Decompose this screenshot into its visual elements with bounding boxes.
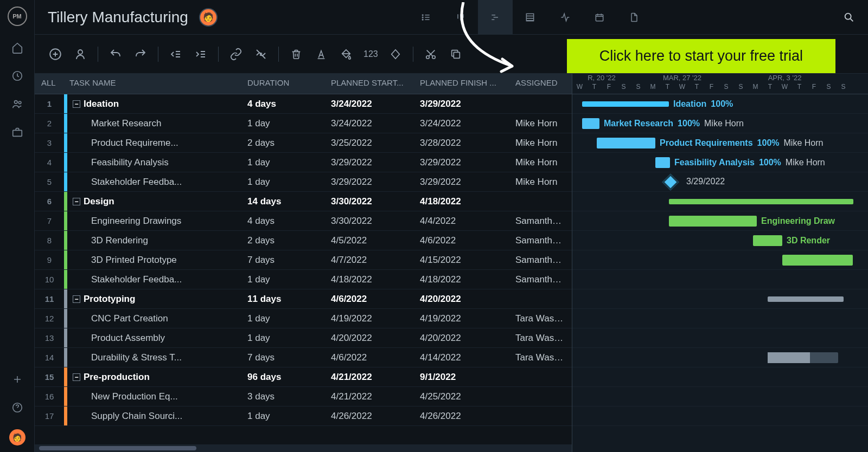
task-row[interactable]: 17Supply Chain Sourci...1 day4/26/20224/… (35, 406, 572, 426)
start-cell[interactable]: 3/25/2022 (326, 138, 414, 148)
assigned-cell[interactable]: Mike Horn (510, 177, 572, 188)
duration-cell[interactable]: 7 days (242, 255, 326, 266)
duration-cell[interactable]: 4 days (242, 216, 326, 227)
unlink-icon[interactable] (253, 47, 269, 62)
task-row[interactable]: 5Stakeholder Feedba...1 day3/29/20223/29… (35, 172, 572, 192)
start-cell[interactable]: 4/20/2022 (326, 333, 414, 344)
view-calendar-icon[interactable] (582, 0, 617, 35)
finish-cell[interactable]: 3/29/2022 (414, 157, 510, 168)
link-icon[interactable] (228, 47, 244, 62)
task-name-cell[interactable]: − Prototyping (67, 294, 242, 305)
task-name-cell[interactable]: Durability & Stress T... (67, 352, 242, 363)
task-name-cell[interactable]: Supply Chain Sourci... (67, 411, 242, 422)
fill-icon[interactable] (339, 47, 354, 62)
duration-cell[interactable]: 96 days (242, 372, 326, 383)
gantt-bar[interactable]: Ideation100% (582, 101, 669, 107)
gantt-bar[interactable]: Engineering Draw (669, 216, 757, 227)
milestone-tool-icon[interactable] (388, 47, 403, 62)
gantt-bar[interactable] (768, 296, 844, 302)
duration-cell[interactable]: 1 day (242, 333, 326, 344)
gantt-bar[interactable]: Market Research100%Mike Horn (582, 118, 599, 129)
duration-cell[interactable]: 3 days (242, 391, 326, 402)
gantt-bar[interactable] (782, 255, 853, 266)
start-cell[interactable]: 3/29/2022 (326, 157, 414, 168)
project-owner-avatar[interactable]: 🧑 (199, 8, 218, 27)
col-all[interactable]: ALL (35, 74, 64, 94)
milestone-diamond[interactable] (662, 173, 679, 190)
finish-cell[interactable]: 4/18/2022 (414, 274, 510, 285)
task-row[interactable]: 1− Ideation4 days3/24/20223/29/2022 (35, 94, 572, 114)
people-icon[interactable] (11, 98, 24, 111)
home-icon[interactable] (11, 41, 24, 54)
col-assigned[interactable]: ASSIGNED (510, 74, 572, 94)
finish-cell[interactable]: 4/19/2022 (414, 313, 510, 324)
clock-icon[interactable] (11, 69, 24, 82)
task-name-cell[interactable]: CNC Part Creation (67, 313, 242, 324)
finish-cell[interactable]: 4/14/2022 (414, 352, 510, 363)
view-board-icon[interactable] (443, 0, 478, 35)
start-cell[interactable]: 4/19/2022 (326, 313, 414, 324)
start-cell[interactable]: 4/7/2022 (326, 255, 414, 266)
gantt-bar[interactable] (768, 352, 838, 363)
start-cell[interactable]: 3/24/2022 (326, 118, 414, 129)
user-avatar-small[interactable]: 🧑 (9, 429, 25, 445)
view-list-icon[interactable] (409, 0, 443, 35)
duration-cell[interactable]: 1 day (242, 177, 326, 188)
duration-cell[interactable]: 11 days (242, 294, 326, 305)
task-row[interactable]: 2Market Research1 day3/24/20223/24/2022M… (35, 114, 572, 133)
finish-cell[interactable]: 3/28/2022 (414, 138, 510, 148)
assigned-cell[interactable]: Mike Horn (510, 157, 572, 168)
task-row[interactable]: 11− Prototyping11 days4/6/20224/20/2022 (35, 289, 572, 309)
start-cell[interactable]: 4/21/2022 (326, 391, 414, 402)
task-name-cell[interactable]: New Production Eq... (67, 391, 242, 402)
task-name-cell[interactable]: Product Assembly (67, 333, 242, 344)
finish-cell[interactable]: 4/4/2022 (414, 216, 510, 227)
horizontal-scrollbar[interactable] (35, 444, 572, 452)
task-row[interactable]: 4Feasibility Analysis1 day3/29/20223/29/… (35, 153, 572, 172)
finish-cell[interactable]: 4/20/2022 (414, 333, 510, 344)
task-name-cell[interactable]: 3D Rendering (67, 235, 242, 246)
outdent-icon[interactable] (168, 47, 183, 62)
font-icon[interactable] (314, 47, 329, 62)
assigned-cell[interactable]: Samantha Cu (510, 274, 572, 285)
duration-cell[interactable]: 14 days (242, 196, 326, 207)
number-format-icon[interactable]: 123 (363, 47, 378, 62)
task-name-cell[interactable]: − Design (67, 196, 242, 207)
col-finish[interactable]: PLANNED FINISH ... (414, 74, 510, 94)
task-name-cell[interactable]: Feasibility Analysis (67, 157, 242, 168)
start-cell[interactable]: 4/5/2022 (326, 235, 414, 246)
col-start[interactable]: PLANNED START... (326, 74, 414, 94)
view-gantt-icon[interactable] (478, 0, 513, 35)
add-task-icon[interactable] (48, 47, 63, 62)
start-cell[interactable]: 4/26/2022 (326, 411, 414, 422)
task-name-cell[interactable]: Market Research (67, 118, 242, 129)
duration-cell[interactable]: 1 day (242, 118, 326, 129)
assigned-cell[interactable]: Mike Horn (510, 138, 572, 148)
start-cell[interactable]: 3/24/2022 (326, 99, 414, 109)
gantt-bar[interactable]: 3D Render (753, 235, 782, 246)
col-name[interactable]: TASK NAME (64, 74, 242, 94)
view-sheet-icon[interactable] (513, 0, 547, 35)
assigned-cell[interactable]: Samantha Cu (510, 255, 572, 266)
task-row[interactable]: 16New Production Eq...3 days4/21/20224/2… (35, 387, 572, 406)
cut-icon[interactable] (423, 47, 438, 62)
assign-icon[interactable] (73, 47, 88, 62)
app-logo[interactable]: PM (8, 7, 27, 26)
finish-cell[interactable]: 4/20/2022 (414, 294, 510, 305)
start-cell[interactable]: 4/6/2022 (326, 294, 414, 305)
task-row[interactable]: 83D Rendering2 days4/5/20224/6/2022Saman… (35, 231, 572, 250)
redo-icon[interactable] (133, 47, 148, 62)
task-row[interactable]: 13Product Assembly1 day4/20/20224/20/202… (35, 328, 572, 348)
finish-cell[interactable]: 4/6/2022 (414, 235, 510, 246)
task-row[interactable]: 7Engineering Drawings4 days3/30/20224/4/… (35, 211, 572, 231)
task-name-cell[interactable]: 3D Printed Prototype (67, 255, 242, 266)
start-cell[interactable]: 3/30/2022 (326, 216, 414, 227)
assigned-cell[interactable]: Tara Washing (510, 313, 572, 324)
task-name-cell[interactable]: Stakeholder Feedba... (67, 274, 242, 285)
col-duration[interactable]: DURATION (242, 74, 326, 94)
finish-cell[interactable]: 3/24/2022 (414, 118, 510, 129)
task-row[interactable]: 15− Pre-production96 days4/21/20229/1/20… (35, 367, 572, 387)
view-activity-icon[interactable] (547, 0, 582, 35)
task-row[interactable]: 10Stakeholder Feedba...1 day4/18/20224/1… (35, 270, 572, 289)
assigned-cell[interactable]: Samantha Cu (510, 235, 572, 246)
